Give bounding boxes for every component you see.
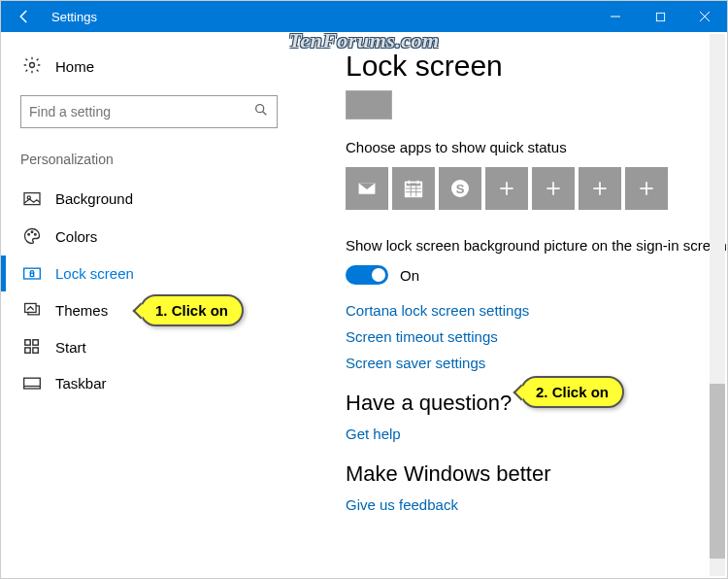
sidebar-item-colors[interactable]: Colors (20, 217, 297, 255)
svg-rect-7 (24, 192, 40, 204)
link-timeout[interactable]: Screen timeout settings (346, 328, 727, 345)
page-title: Lock screen (346, 50, 727, 83)
gear-icon (22, 55, 42, 78)
home-label: Home (55, 58, 94, 75)
svg-rect-1 (656, 13, 664, 20)
sidebar-item-lock-screen[interactable]: Lock screen (20, 255, 297, 291)
close-button[interactable] (682, 1, 727, 32)
slot-empty-4[interactable] (625, 167, 668, 210)
section-label: Personalization (20, 152, 297, 167)
link-feedback[interactable]: Give us feedback (346, 496, 727, 513)
taskbar-icon (22, 376, 42, 392)
slot-empty-2[interactable] (532, 167, 575, 210)
titlebar: Settings (1, 1, 727, 32)
slot-skype[interactable]: S (439, 167, 481, 210)
link-get-help[interactable]: Get help (346, 426, 727, 442)
svg-point-9 (28, 234, 30, 236)
svg-point-5 (256, 105, 264, 113)
search-field[interactable] (29, 104, 253, 119)
search-input[interactable] (20, 95, 278, 128)
palette-icon (22, 226, 42, 246)
sidebar-item-start[interactable]: Start (20, 328, 297, 365)
svg-rect-14 (25, 303, 36, 312)
link-screen-saver[interactable]: Screen saver settings (346, 355, 727, 371)
minimize-button[interactable] (593, 1, 638, 32)
svg-point-4 (30, 63, 35, 68)
themes-icon (22, 301, 42, 319)
slot-empty-1[interactable] (485, 167, 528, 210)
start-icon (22, 338, 42, 356)
svg-rect-16 (33, 340, 38, 345)
annotation-1: 1. Click on (140, 294, 244, 326)
scrollbar[interactable] (710, 34, 725, 576)
svg-rect-18 (33, 348, 38, 353)
better-heading: Make Windows better (346, 461, 727, 487)
content: Home Personalization Background Colors L… (1, 32, 727, 578)
nav: Background Colors Lock screen Themes Sta… (20, 181, 297, 401)
sidebar-item-label: Background (55, 190, 133, 207)
svg-rect-19 (24, 378, 41, 389)
slot-mail[interactable] (346, 167, 388, 210)
detailed-status-slot[interactable] (346, 90, 392, 119)
slot-empty-3[interactable] (579, 167, 621, 210)
link-cortana[interactable]: Cortana lock screen settings (346, 302, 727, 319)
svg-point-11 (35, 234, 37, 236)
bg-signin-label: Show lock screen background picture on t… (346, 237, 727, 254)
window-title: Settings (51, 10, 97, 24)
slot-calendar[interactable] (392, 167, 435, 210)
back-button[interactable] (1, 1, 48, 32)
svg-text:S: S (456, 182, 465, 196)
svg-rect-15 (25, 340, 30, 345)
sidebar-item-background[interactable]: Background (20, 181, 297, 217)
maximize-button[interactable] (638, 1, 682, 32)
sidebar-item-label: Themes (55, 302, 108, 319)
svg-rect-17 (25, 348, 30, 353)
toggle-state: On (400, 267, 419, 284)
quick-status-slots: S (346, 167, 727, 210)
lock-screen-icon (22, 266, 42, 282)
sidebar-item-label: Colors (55, 228, 97, 245)
scroll-thumb[interactable] (710, 384, 725, 559)
toggle-row: On (346, 265, 727, 285)
home-button[interactable]: Home (20, 50, 297, 95)
sidebar-item-label: Start (55, 339, 86, 356)
sidebar-item-label: Taskbar (55, 375, 107, 392)
picture-icon (22, 191, 42, 207)
window-buttons (593, 1, 727, 32)
svg-line-6 (263, 112, 267, 116)
bg-signin-toggle[interactable] (346, 265, 388, 285)
sidebar-item-label: Lock screen (55, 265, 134, 282)
annotation-2: 2. Click on (520, 376, 624, 408)
sidebar-item-taskbar[interactable]: Taskbar (20, 365, 297, 401)
quick-status-label: Choose apps to show quick status (346, 139, 727, 155)
main-panel: Lock screen Choose apps to show quick st… (297, 32, 727, 578)
svg-rect-13 (30, 273, 33, 276)
search-icon (253, 102, 269, 121)
svg-point-10 (31, 231, 33, 233)
